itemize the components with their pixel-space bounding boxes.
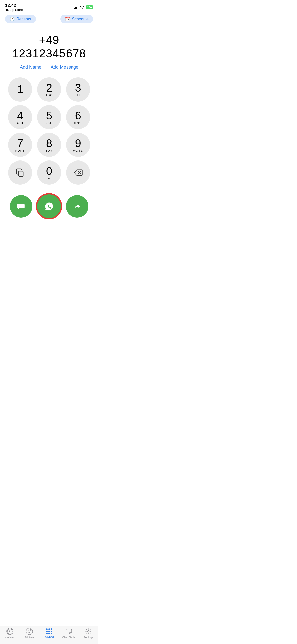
key-7[interactable]: 7 PQRS <box>8 133 32 157</box>
message-action-button[interactable] <box>10 195 32 218</box>
recents-icon: 🕐 <box>10 17 15 21</box>
status-left: 12:42 ◀ App Store <box>5 3 23 12</box>
share-icon <box>71 201 83 212</box>
add-row: Add Name Add Message <box>0 62 98 77</box>
keypad-grid: 1 2 ABC 3 DEF 4 GHI 5 JKL 6 MNO 7 PQRS 8… <box>0 77 98 185</box>
key-3[interactable]: 3 DEF <box>66 77 90 102</box>
phone-number-display: +49 12312345678 <box>0 26 98 62</box>
key-6[interactable]: 6 MNO <box>66 105 90 129</box>
key-8[interactable]: 8 TUV <box>37 133 61 157</box>
action-buttons-row <box>0 190 98 222</box>
wifi-icon <box>80 5 84 10</box>
status-time: 12:42 <box>5 3 16 8</box>
share-action-button[interactable] <box>66 195 88 218</box>
status-right: 26+ <box>74 5 93 10</box>
key-backspace[interactable] <box>66 160 90 185</box>
svg-rect-0 <box>19 171 23 176</box>
whatsapp-icon <box>43 200 56 213</box>
backspace-icon <box>74 169 83 176</box>
key-2[interactable]: 2 ABC <box>37 77 61 102</box>
key-5[interactable]: 5 JKL <box>37 105 61 129</box>
key-0[interactable]: 0 + <box>37 160 61 185</box>
key-4[interactable]: 4 GHI <box>8 105 32 129</box>
battery-icon: 26+ <box>86 5 93 9</box>
key-copy[interactable] <box>8 160 32 185</box>
schedule-button[interactable]: 📅 Schedule <box>60 15 93 23</box>
signal-icon <box>74 6 78 9</box>
key-1[interactable]: 1 <box>8 77 32 102</box>
copy-icon <box>16 168 25 177</box>
back-nav[interactable]: ◀ App Store <box>5 8 23 12</box>
header-row: 🕐 Recents 📅 Schedule <box>0 12 98 26</box>
message-icon <box>15 201 27 212</box>
add-name-button[interactable]: Add Name <box>15 65 46 70</box>
key-9[interactable]: 9 WXYZ <box>66 133 90 157</box>
schedule-icon: 📅 <box>65 17 70 21</box>
whatsapp-action-button[interactable] <box>37 194 61 218</box>
add-message-button[interactable]: Add Message <box>46 65 83 70</box>
status-bar: 12:42 ◀ App Store 26+ <box>0 0 98 12</box>
recents-button[interactable]: 🕐 Recents <box>5 15 36 23</box>
